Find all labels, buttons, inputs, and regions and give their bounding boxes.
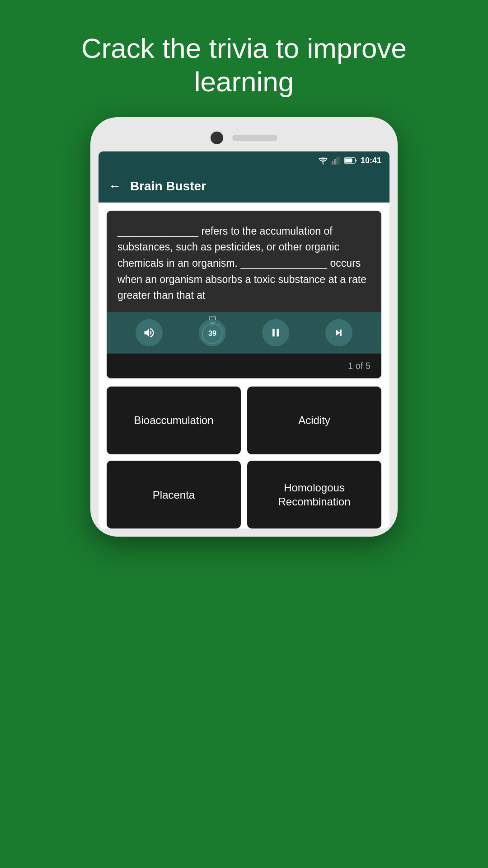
volume-button[interactable]: [136, 319, 163, 346]
svg-rect-3: [336, 157, 338, 165]
svg-point-0: [323, 163, 324, 165]
svg-rect-1: [332, 161, 333, 165]
next-icon: [333, 326, 345, 339]
answer-text-2: Acidity: [298, 413, 330, 427]
svg-rect-4: [338, 156, 340, 165]
back-button[interactable]: ←: [108, 179, 121, 193]
phone-screen: 10:41 ← Brain Buster ______________ refe…: [99, 151, 389, 529]
answers-grid: Bioaccumulation Acidity Placenta Homolog…: [107, 387, 381, 528]
answer-button-4[interactable]: Homologous Recombination: [247, 461, 381, 528]
question-counter: 1 of 5: [348, 361, 371, 371]
wifi-icon: [318, 156, 328, 165]
timer-icon: 39: [199, 319, 226, 346]
volume-icon: [143, 326, 155, 339]
phone-top-bar: [99, 125, 389, 151]
answer-button-3[interactable]: Placenta: [107, 461, 241, 528]
status-icons: 10:41: [318, 156, 381, 165]
app-header: ← Brain Buster: [99, 170, 389, 203]
pause-button[interactable]: [262, 319, 289, 346]
pause-icon: [269, 326, 282, 339]
svg-text:39: 39: [208, 330, 216, 337]
svg-line-11: [218, 324, 219, 326]
next-button[interactable]: [325, 319, 352, 346]
phone-speaker: [232, 135, 277, 141]
timer-button[interactable]: 39: [199, 319, 226, 346]
answer-text-4: Homologous Recombination: [256, 481, 372, 509]
answer-button-2[interactable]: Acidity: [247, 387, 381, 454]
phone-camera: [211, 132, 223, 144]
question-footer: 1 of 5: [107, 354, 381, 378]
question-card: ______________ refers to the accumulatio…: [107, 211, 381, 378]
battery-icon: [344, 157, 357, 164]
page-header-title: Crack the trivia to improve learning: [0, 0, 488, 117]
svg-rect-7: [355, 160, 357, 161]
answer-text-1: Bioaccumulation: [134, 413, 213, 427]
question-text: ______________ refers to the accumulatio…: [107, 211, 381, 312]
app-title: Brain Buster: [130, 179, 206, 193]
svg-rect-2: [334, 159, 336, 165]
controls-bar: 39: [107, 312, 381, 354]
phone-mockup: 10:41 ← Brain Buster ______________ refe…: [90, 117, 398, 537]
status-bar: 10:41: [99, 151, 389, 170]
svg-rect-6: [345, 159, 352, 163]
answer-text-3: Placenta: [153, 488, 195, 502]
status-time: 10:41: [361, 156, 381, 165]
answer-button-1[interactable]: Bioaccumulation: [107, 387, 241, 454]
signal-icon: [332, 156, 341, 165]
